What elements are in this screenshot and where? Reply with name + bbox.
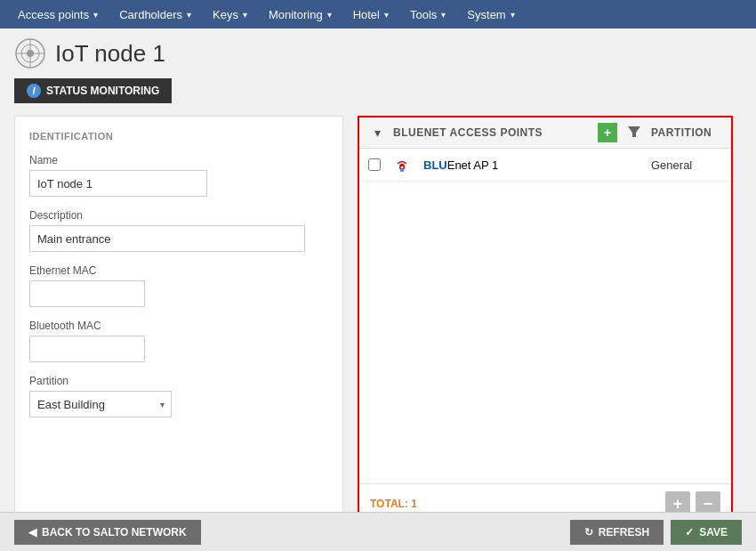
partition-field-group: Partition East Building General West Bui…: [29, 375, 328, 417]
total-label: TOTAL: 1: [370, 498, 417, 510]
status-monitoring-button[interactable]: i STATUS MONITORING: [14, 78, 172, 103]
ethernet-mac-field-group: Ethernet MAC: [29, 264, 328, 307]
ap-device-icon: [392, 155, 412, 174]
partition-select[interactable]: East Building General West Building: [29, 391, 172, 417]
table-row: BLUEnet AP 1 General: [359, 149, 731, 182]
refresh-icon: ↻: [584, 526, 593, 539]
ap-name-blue-prefix: BLU: [423, 158, 447, 172]
partition-label: Partition: [29, 375, 328, 387]
main-layout: IDENTIFICATION Name Description Ethernet…: [14, 116, 742, 525]
bluetooth-mac-input[interactable]: [29, 336, 145, 362]
name-field-group: Name: [29, 154, 328, 197]
page-title: IoT node 1: [55, 40, 165, 68]
ethernet-mac-input[interactable]: [29, 280, 145, 307]
ethernet-mac-label: Ethernet MAC: [29, 264, 328, 277]
nav-keys-caret: ▾: [243, 10, 247, 20]
nav-cardholders-caret: ▾: [187, 10, 191, 20]
filter-button[interactable]: [624, 126, 644, 141]
page-content: IoT node 1 i STATUS MONITORING IDENTIFIC…: [0, 28, 756, 525]
name-label: Name: [29, 154, 328, 166]
access-points-table-body: BLUEnet AP 1 General: [359, 149, 731, 483]
filter-icon: [628, 126, 640, 138]
partition-column-header: PARTITION: [651, 126, 722, 139]
info-icon: i: [27, 84, 41, 98]
description-input[interactable]: [29, 225, 305, 252]
back-to-salto-network-button[interactable]: ◀ BACK TO SALTO NETWORK: [14, 520, 201, 545]
identification-section-title: IDENTIFICATION: [29, 131, 328, 142]
bottom-right-buttons: ↻ REFRESH ✓ SAVE: [570, 520, 742, 545]
access-points-table-header: ▾ BLUENET ACCESS POINTS + PARTITION: [359, 117, 731, 149]
nav-monitoring[interactable]: Monitoring ▾: [258, 0, 342, 28]
collapse-button[interactable]: ▾: [368, 126, 386, 140]
access-points-panel: ▾ BLUENET ACCESS POINTS + PARTITION: [358, 116, 733, 525]
back-icon: ◀: [28, 526, 36, 539]
save-check-icon: ✓: [685, 526, 694, 539]
save-button[interactable]: ✓ SAVE: [671, 520, 742, 545]
nav-keys[interactable]: Keys ▾: [202, 0, 258, 28]
nav-system-caret: ▾: [511, 10, 515, 20]
nav-system[interactable]: System ▾: [456, 0, 525, 28]
nav-hotel[interactable]: Hotel ▾: [342, 0, 399, 28]
row-checkbox[interactable]: [368, 158, 381, 171]
nav-tools[interactable]: Tools ▾: [399, 0, 456, 28]
top-navigation: Access points ▾ Cardholders ▾ Keys ▾ Mon…: [0, 0, 756, 28]
svg-rect-7: [400, 169, 404, 172]
ap-partition-value: General: [651, 158, 722, 172]
nav-tools-caret: ▾: [441, 10, 446, 20]
svg-point-8: [401, 166, 404, 169]
bottom-bar: ◀ BACK TO SALTO NETWORK ↻ REFRESH ✓ SAVE: [0, 512, 756, 551]
right-scrollbar: [733, 116, 742, 525]
description-field-group: Description: [29, 209, 328, 252]
ap-name-rest: Enet AP 1: [447, 158, 499, 172]
refresh-button[interactable]: ↻ REFRESH: [570, 520, 664, 545]
description-label: Description: [29, 209, 328, 222]
iot-node-icon: [14, 37, 46, 69]
add-access-point-button[interactable]: +: [598, 123, 617, 142]
svg-marker-5: [628, 126, 640, 137]
bluetooth-mac-field-group: Bluetooth MAC: [29, 320, 328, 362]
partition-select-wrapper: East Building General West Building ▾: [29, 391, 172, 417]
nav-hotel-caret: ▾: [384, 10, 389, 20]
access-points-title: BLUENET ACCESS POINTS: [393, 126, 591, 139]
page-title-row: IoT node 1: [14, 37, 742, 69]
bluetooth-mac-label: Bluetooth MAC: [29, 320, 328, 332]
name-input[interactable]: [29, 170, 207, 197]
identification-panel: IDENTIFICATION Name Description Ethernet…: [14, 116, 343, 525]
nav-access-points[interactable]: Access points ▾: [7, 0, 109, 28]
ap-device-icon-area: [390, 155, 414, 174]
right-panel-wrap: ▾ BLUENET ACCESS POINTS + PARTITION: [358, 116, 742, 525]
nav-monitoring-caret: ▾: [327, 10, 332, 20]
nav-access-points-caret: ▾: [93, 10, 98, 20]
nav-cardholders[interactable]: Cardholders ▾: [109, 0, 202, 28]
access-point-name: BLUEnet AP 1: [423, 158, 642, 172]
